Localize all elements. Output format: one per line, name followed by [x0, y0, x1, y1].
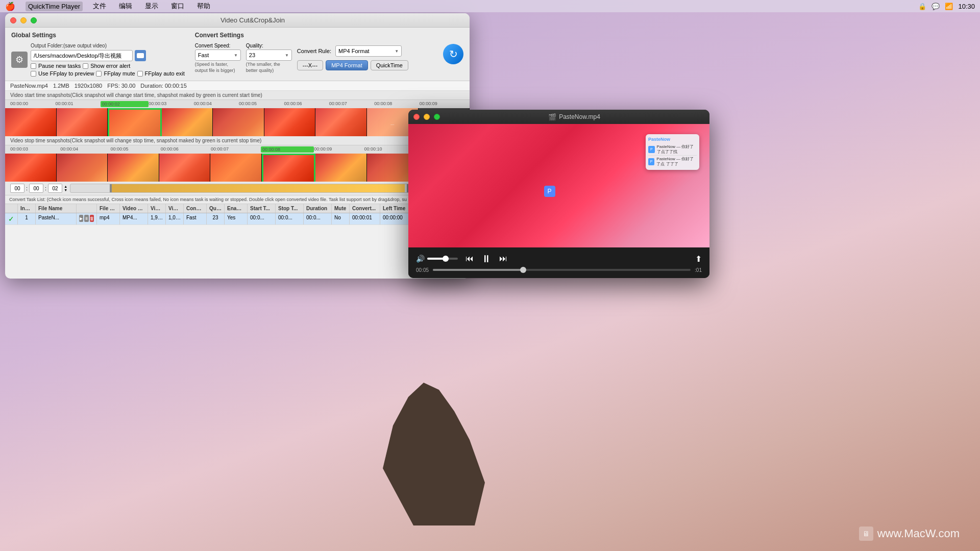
task-conv-time: 00:00:01 [350, 213, 380, 224]
col-header-filename: File Name [36, 204, 77, 213]
gear-icon[interactable]: ⚙ [11, 52, 28, 68]
pause-button[interactable]: ⏸ [84, 215, 88, 222]
menubar-edit[interactable]: 编辑 [116, 1, 135, 12]
stop-film-frame-4[interactable] [210, 154, 262, 182]
task-start-time: 00:0... [248, 213, 276, 224]
hour-input[interactable]: 00 [10, 184, 24, 193]
stop-film-frame-5[interactable] [262, 154, 316, 182]
ffplay-auto-cb[interactable] [137, 71, 143, 77]
film-frame-2[interactable] [108, 108, 162, 136]
stop-tick-4[interactable]: 00:00:07 [211, 146, 261, 153]
menubar-view[interactable]: 显示 [142, 1, 161, 12]
qt-maximize-button[interactable] [434, 114, 440, 120]
ffmpeg-button[interactable]: ---X--- [297, 60, 323, 70]
minimize-button[interactable] [20, 17, 27, 23]
qt-close-button[interactable] [413, 114, 420, 120]
start-tick-2[interactable]: 00:00:02 [101, 101, 149, 107]
menubar-window[interactable]: 窗口 [168, 1, 187, 12]
close-button[interactable] [10, 17, 16, 23]
start-tick-6[interactable]: 00:00:06 [284, 101, 329, 107]
folder-path-input[interactable]: /Users/macdown/Desktop/导出视频 [31, 50, 133, 61]
start-tick-1[interactable]: 00:00:01 [55, 101, 100, 107]
qt-share-button[interactable]: ⬆ [695, 254, 702, 264]
qt-progress-bar[interactable] [433, 269, 691, 271]
stop-film-frame-6[interactable] [315, 154, 367, 182]
qt-file-icon: 🎬 [548, 113, 556, 121]
table-row[interactable]: ✓ 1 PasteN... ▶ ⏸ 🗑 mp4 MP4... 1,920 1,0… [5, 213, 470, 225]
qt-video-area[interactable]: PasteNow P PasteNow — 你好了了点了了找 P PasteNo… [408, 124, 709, 247]
task-header-note: Convert Task List: (Check icon means suc… [5, 195, 470, 204]
menubar-file[interactable]: 文件 [90, 1, 109, 12]
task-filename[interactable]: PasteN... [36, 213, 77, 224]
stop-film-frame-0[interactable] [5, 154, 57, 182]
start-tick-3[interactable]: 00:00:03 [149, 101, 193, 107]
film-frame-6[interactable] [315, 108, 367, 136]
quicktime-button[interactable]: QuickTime [371, 60, 408, 70]
menubar-quicktime[interactable]: QuickTime Player [26, 2, 83, 11]
col-header-left-time: Left Time [380, 204, 411, 213]
start-tick-0[interactable]: 00:00:00 [10, 101, 55, 107]
show-error-cb[interactable] [83, 63, 88, 69]
film-frame-3[interactable] [162, 108, 213, 136]
stop-tick-6[interactable]: 00:00:09 [314, 146, 364, 153]
delete-button[interactable]: 🗑 [90, 215, 94, 222]
film-frame-4[interactable] [213, 108, 264, 136]
output-folder-label: Output Folder:(save output video) [31, 43, 185, 48]
stop-timeline-section: Video stop time snapshots(Click snapshot… [5, 136, 470, 182]
stop-film-frame-1[interactable] [57, 154, 108, 182]
minute-input[interactable]: 00 [29, 184, 43, 193]
qt-progress-knob[interactable] [520, 267, 526, 273]
spinner-down[interactable]: ▼ [64, 188, 67, 192]
ffplay-mute-cb[interactable] [96, 71, 102, 77]
qt-forward-button[interactable]: ⏭ [499, 254, 507, 263]
time-spinner[interactable]: ▲ ▼ [64, 185, 67, 192]
film-frame-5[interactable] [264, 108, 316, 136]
col-header-convert: Convert... [184, 204, 207, 213]
stop-tick-5[interactable]: 00:00:08 [261, 146, 314, 153]
stop-timeline-header: Video stop time snapshots(Click snapshot… [5, 136, 470, 145]
speed-select[interactable]: Fast ▼ [195, 49, 241, 61]
stop-tick-7[interactable]: 00:00:10 [364, 146, 414, 153]
play-button[interactable]: ▶ [79, 215, 83, 222]
qt-volume-bar[interactable] [427, 258, 458, 260]
qt-minimize-button[interactable] [424, 114, 430, 120]
stop-film-frame-2[interactable] [108, 154, 159, 182]
col-header-play [77, 204, 97, 213]
trim-handle-left[interactable] [110, 184, 112, 192]
format-buttons: ---X--- MP4 Format QuickTime [297, 60, 433, 70]
start-tick-9[interactable]: 00:00:09 [420, 101, 464, 107]
start-filmstrip[interactable]: ... [5, 108, 470, 136]
stop-tick-2[interactable]: 00:00:05 [110, 146, 160, 153]
spinner-up[interactable]: ▲ [64, 185, 67, 188]
ffplay-preview-cb[interactable] [31, 71, 36, 77]
stop-filmstrip[interactable] [5, 154, 470, 182]
stop-film-frame-3[interactable] [159, 154, 211, 182]
quality-select[interactable]: 23 ▼ [246, 49, 292, 61]
trim-track[interactable] [70, 184, 464, 193]
qt-rewind-button[interactable]: ⏮ [465, 254, 474, 263]
maximize-button[interactable] [31, 17, 37, 23]
browse-button[interactable] [135, 50, 146, 61]
qt-volume-knob[interactable] [443, 256, 449, 262]
qt-pause-button[interactable]: ⏸ [481, 253, 492, 265]
stop-tick-3[interactable]: 00:00:06 [161, 146, 211, 153]
start-tick-8[interactable]: 00:00:08 [374, 101, 419, 107]
refresh-convert-button[interactable]: ↻ [443, 44, 463, 64]
pause-new-tasks-cb[interactable] [31, 63, 36, 69]
volume-icon[interactable]: 🔊 [416, 255, 425, 263]
refresh-icon: ↻ [449, 48, 458, 60]
start-tick-7[interactable]: 00:00:07 [329, 101, 374, 107]
menubar-help[interactable]: 帮助 [194, 1, 213, 12]
mp4-format-button[interactable]: MP4 Format [326, 60, 368, 70]
apple-menu[interactable]: 🍎 [5, 2, 15, 11]
stop-tick-1[interactable]: 00:00:04 [60, 146, 110, 153]
start-tick-5[interactable]: 00:00:05 [239, 101, 284, 107]
task-play-controls[interactable]: ▶ ⏸ 🗑 [77, 213, 97, 224]
second-input[interactable]: 02 [48, 184, 62, 193]
rule-select[interactable]: MP4 Format ▼ [335, 45, 402, 57]
film-frame-0[interactable] [5, 108, 57, 136]
start-tick-4[interactable]: 00:00:04 [194, 101, 239, 107]
speed-note: (Speed is faster, output file is bigger) [195, 62, 241, 73]
film-frame-1[interactable] [57, 108, 108, 136]
stop-tick-0[interactable]: 00:00:03 [10, 146, 60, 153]
